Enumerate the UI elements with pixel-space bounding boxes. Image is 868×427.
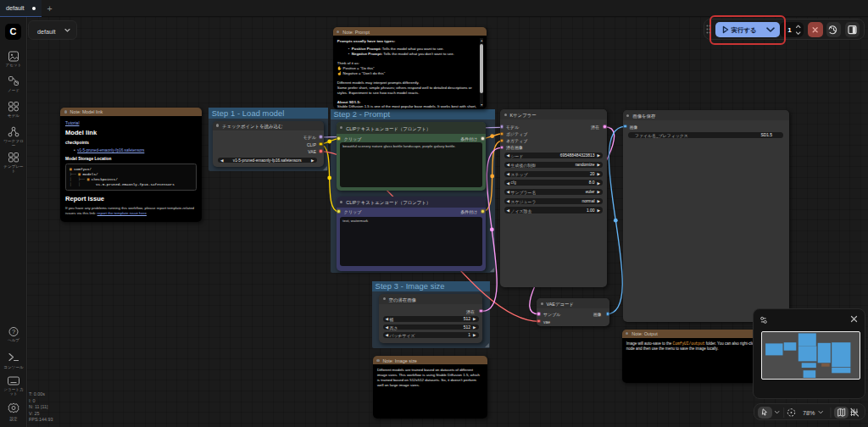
svg-text:?: ? (12, 328, 15, 336)
svg-text:78%: 78% (803, 408, 815, 416)
